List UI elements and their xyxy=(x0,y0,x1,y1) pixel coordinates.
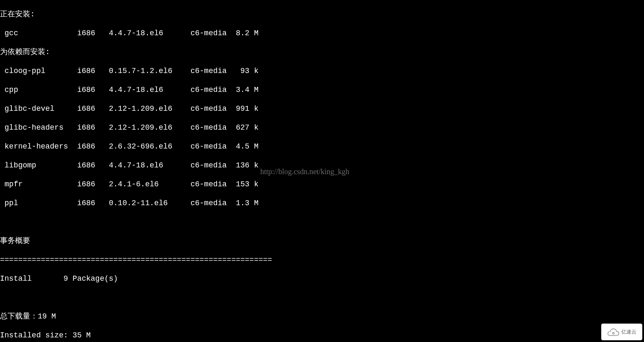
install-count: Install 9 Package(s) xyxy=(0,274,644,284)
blank-line xyxy=(0,217,644,227)
svg-point-1 xyxy=(613,333,613,333)
total-download: 总下载量：19 M xyxy=(0,312,644,321)
package-row-dep: mpfr i686 2.4.1-6.el6 c6-media 153 k xyxy=(0,180,644,189)
package-row-dep: ppl i686 0.10.2-11.el6 c6-media 1.3 M xyxy=(0,198,644,208)
terminal-output: 正在安装: gcc i686 4.4.7-18.el6 c6-media 8.2… xyxy=(0,0,644,342)
package-row-dep: cpp i686 4.4.7-18.el6 c6-media 3.4 M xyxy=(0,85,644,95)
package-row-dep: libgomp i686 4.4.7-18.el6 c6-media 136 k xyxy=(0,161,644,170)
package-row-dep: glibc-headers i686 2.12-1.209.el6 c6-med… xyxy=(0,123,644,133)
package-row-dep: glibc-devel i686 2.12-1.209.el6 c6-media… xyxy=(0,104,644,114)
section-deps-header: 为依赖而安装: xyxy=(0,47,644,57)
package-row-main: gcc i686 4.4.7-18.el6 c6-media 8.2 M xyxy=(0,29,644,38)
logo-text: 亿速云 xyxy=(621,327,636,337)
package-row-dep: kernel-headers i686 2.6.32-696.el6 c6-me… xyxy=(0,142,644,151)
separator-eq: ========================================… xyxy=(0,255,644,265)
cloud-icon xyxy=(607,328,620,336)
logo-badge: 亿速云 xyxy=(601,324,642,340)
blank-line xyxy=(0,293,644,303)
installed-size: Installed size: 35 M xyxy=(0,331,644,340)
section-installing-header: 正在安装: xyxy=(0,10,644,19)
package-row-dep: cloog-ppl i686 0.15.7-1.2.el6 c6-media 9… xyxy=(0,66,644,76)
summary-header: 事务概要 xyxy=(0,236,644,246)
